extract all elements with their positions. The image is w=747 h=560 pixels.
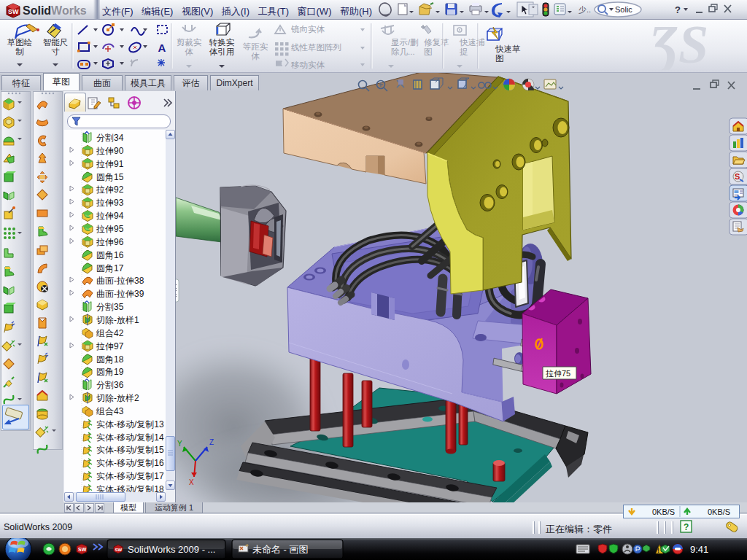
svg-text:0KB/S: 0KB/S: [708, 508, 730, 516]
svg-text:曲面-拉伸38: 曲面-拉伸38: [96, 276, 144, 286]
svg-text:制: 制: [15, 47, 24, 56]
svg-text:未命名 - 画图: 未命名 - 画图: [252, 544, 309, 555]
svg-text:?: ?: [684, 522, 689, 532]
svg-text:镜向实体: 镜向实体: [290, 25, 325, 34]
svg-text:分割34: 分割34: [96, 133, 124, 143]
svg-text:图: 图: [424, 47, 433, 56]
svg-text:捉: 捉: [460, 47, 468, 56]
svg-text:拉伸75: 拉伸75: [546, 369, 570, 378]
svg-text:等距实: 等距实: [243, 42, 268, 51]
svg-text:SW: SW: [8, 8, 19, 15]
svg-text:剪裁实: 剪裁实: [177, 38, 202, 47]
svg-text:分割36: 分割36: [96, 380, 124, 390]
svg-text:!: !: [657, 547, 659, 554]
svg-text:拉伸95: 拉伸95: [96, 224, 124, 234]
svg-text:显示/删: 显示/删: [391, 38, 419, 47]
svg-text:图: 图: [495, 54, 504, 63]
svg-text:修复草: 修复草: [424, 38, 449, 47]
svg-text:0KB/S: 0KB/S: [652, 508, 675, 516]
svg-text:分割35: 分割35: [96, 302, 124, 312]
svg-text:拉伸93: 拉伸93: [96, 198, 124, 208]
svg-text:实体-移动/复制16: 实体-移动/复制16: [96, 458, 164, 468]
svg-text:拉伸91: 拉伸91: [96, 159, 124, 169]
svg-text:体: 体: [185, 47, 193, 56]
svg-text:快速草: 快速草: [495, 44, 521, 53]
svg-text:拉伸92: 拉伸92: [96, 184, 124, 195]
svg-text:Y: Y: [177, 440, 182, 448]
svg-text:少..: 少..: [578, 5, 591, 14]
svg-text:拉伸90: 拉伸90: [96, 146, 124, 156]
svg-text:实体-移动/复制15: 实体-移动/复制15: [96, 445, 164, 455]
svg-text:圆角17: 圆角17: [96, 263, 124, 273]
svg-text:拉伸97: 拉伸97: [96, 341, 124, 351]
svg-text:拉伸96: 拉伸96: [96, 237, 124, 247]
svg-text:切除-放样2: 切除-放样2: [96, 393, 139, 403]
svg-text:Z: Z: [209, 438, 214, 446]
svg-text:SW: SW: [115, 548, 123, 552]
svg-text:实体-移动/复制17: 实体-移动/复制17: [96, 471, 164, 481]
svg-text:切除-放样1: 切除-放样1: [96, 315, 139, 325]
svg-text:实体-移动/复制14: 实体-移动/复制14: [96, 432, 164, 443]
svg-text:转换实: 转换实: [209, 38, 235, 47]
svg-text:?: ?: [675, 4, 681, 15]
svg-text:SolidWorks 2009 - ...: SolidWorks 2009 - ...: [128, 544, 215, 555]
svg-text:S: S: [735, 172, 740, 181]
svg-text:拉伸94: 拉伸94: [96, 211, 124, 221]
svg-text:A: A: [158, 42, 166, 54]
svg-text:体引用: 体引用: [209, 47, 235, 56]
svg-text:除几...: 除几...: [391, 47, 415, 56]
svg-text:圆角16: 圆角16: [96, 250, 124, 260]
svg-text:移动实体: 移动实体: [291, 61, 325, 69]
svg-text:SW: SW: [78, 547, 87, 552]
svg-text:草图绘: 草图绘: [7, 38, 33, 47]
svg-text:智能尺: 智能尺: [43, 38, 69, 47]
svg-text:X: X: [189, 478, 194, 486]
svg-text:寸: 寸: [51, 47, 60, 56]
svg-text:实体-移动/复制13: 实体-移动/复制13: [96, 419, 164, 429]
svg-text:实体-移动/复制18: 实体-移动/复制18: [96, 484, 164, 492]
svg-text:体: 体: [251, 52, 260, 61]
svg-text:圆角18: 圆角18: [96, 354, 124, 365]
svg-text:组合43: 组合43: [96, 406, 124, 416]
svg-text:曲面-拉伸39: 曲面-拉伸39: [96, 289, 144, 299]
svg-text:圆角15: 圆角15: [96, 172, 124, 182]
svg-text:Solic: Solic: [615, 5, 632, 14]
svg-text:快速捕: 快速捕: [459, 38, 485, 47]
svg-text:线性草图阵列: 线性草图阵列: [291, 43, 341, 52]
svg-text:SolidWorks: SolidWorks: [23, 4, 87, 17]
svg-text:组合42: 组合42: [96, 328, 124, 338]
svg-text:圆角19: 圆角19: [96, 367, 124, 377]
svg-text:9:41: 9:41: [690, 544, 708, 555]
